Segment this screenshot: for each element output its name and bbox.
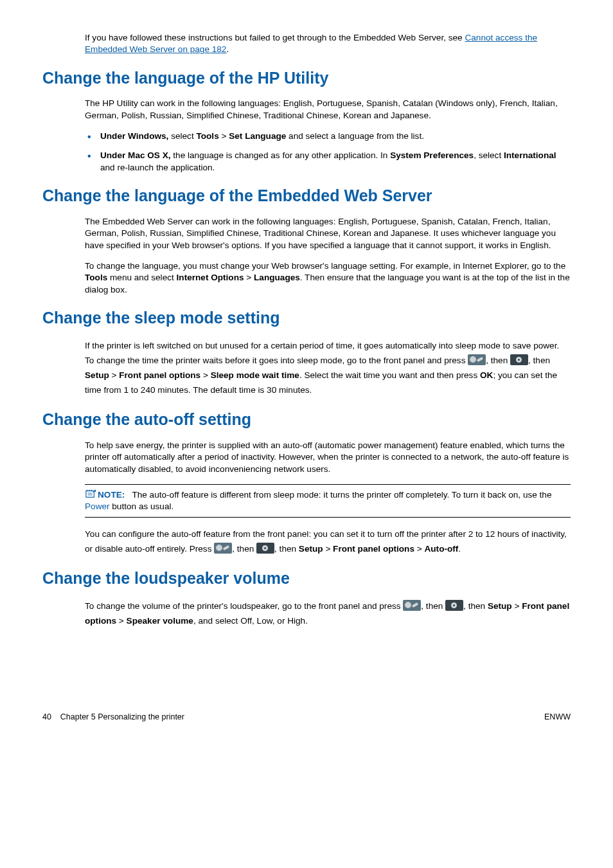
settings-gear-icon xyxy=(445,600,463,611)
paragraph: The Embedded Web Server can work in the … xyxy=(85,216,571,251)
text: , then xyxy=(486,356,510,365)
text: and re-launch the application. xyxy=(100,163,215,172)
text: button as usual. xyxy=(110,502,174,511)
text-bold: System Preferences xyxy=(390,150,474,160)
text: If you have followed these instructions … xyxy=(85,33,465,42)
settings-wrench-icon xyxy=(403,600,421,611)
text: > xyxy=(512,601,522,611)
list-item: Under Windows, select Tools > Set Langua… xyxy=(85,131,571,142)
text: > xyxy=(116,616,127,626)
paragraph: You can configure the auto-off feature f… xyxy=(85,527,571,556)
paragraph: To change the language, you must change … xyxy=(85,260,571,296)
intro-paragraph: If you have followed these instructions … xyxy=(85,32,571,56)
text-bold: Tools xyxy=(85,273,107,282)
section-body: To change the volume of the printer's lo… xyxy=(85,599,571,628)
text: To change the volume of the printer's lo… xyxy=(85,601,403,611)
text-bold: OK xyxy=(480,370,493,380)
text: , then xyxy=(421,601,445,611)
text: > xyxy=(200,370,211,380)
text-bold: Set Language xyxy=(229,131,286,141)
note-icon xyxy=(85,489,96,499)
section-body: The Embedded Web Server can work in the … xyxy=(85,216,571,296)
text: select xyxy=(168,131,196,141)
text-bold: Setup xyxy=(488,601,512,611)
text-bold: Tools xyxy=(196,131,218,141)
text-bold: Internet Options xyxy=(177,273,244,282)
paragraph: The HP Utility can work in the following… xyxy=(85,98,571,122)
settings-gear-icon xyxy=(256,543,274,554)
text-bold: Setup xyxy=(85,370,109,380)
settings-wrench-icon xyxy=(468,354,486,365)
text: . xyxy=(458,544,461,554)
text-bold: Auto-off xyxy=(424,544,458,554)
text-bold: Front panel options xyxy=(333,544,414,554)
bullet-list: Under Windows, select Tools > Set Langua… xyxy=(85,131,571,174)
page-footer: 40 Chapter 5 Personalizing the printer E… xyxy=(42,712,571,723)
text: and select a language from the list. xyxy=(286,131,424,141)
text: menu and select xyxy=(107,273,176,282)
settings-wrench-icon xyxy=(214,543,232,554)
paragraph: To change the volume of the printer's lo… xyxy=(85,599,571,628)
page-number: 40 xyxy=(42,712,51,721)
text: , select xyxy=(474,150,504,160)
text: . xyxy=(226,44,229,54)
footer-right: ENWW xyxy=(544,712,571,723)
text-bold: Under Windows, xyxy=(100,131,168,141)
section-body: To help save energy, the printer is supp… xyxy=(85,440,571,556)
text: , and select Off, Low, or High. xyxy=(193,616,308,626)
list-item: Under Mac OS X, the language is changed … xyxy=(85,150,571,174)
text: , then xyxy=(463,601,488,611)
text-bold: Sleep mode wait time xyxy=(211,370,299,380)
text: > xyxy=(219,131,229,141)
text-bold: Setup xyxy=(299,544,323,554)
heading-ews-language: Change the language of the Embedded Web … xyxy=(42,185,571,207)
text-bold: Under Mac OS X, xyxy=(100,150,171,160)
footer-left: 40 Chapter 5 Personalizing the printer xyxy=(42,712,184,723)
text: , then xyxy=(274,544,299,554)
text: > xyxy=(323,544,333,554)
text-bold: Languages xyxy=(254,273,300,282)
power-button-text: Power xyxy=(85,502,110,511)
text: , then xyxy=(528,356,550,365)
text-bold: International xyxy=(504,150,556,160)
section-body: The HP Utility can work in the following… xyxy=(85,98,571,174)
text-bold: Front panel options xyxy=(119,370,200,380)
text: > xyxy=(109,370,120,380)
text-bold: Speaker volume xyxy=(127,616,193,626)
text: > xyxy=(244,273,254,282)
text: the language is changed as for any other… xyxy=(171,150,391,160)
paragraph: To help save energy, the printer is supp… xyxy=(85,440,571,475)
heading-hp-utility-language: Change the language of the HP Utility xyxy=(42,68,571,89)
text: . Select the wait time you want and then… xyxy=(299,370,480,380)
text: > xyxy=(414,544,425,554)
intro-block: If you have followed these instructions … xyxy=(85,32,571,56)
text: To change the language, you must change … xyxy=(85,261,565,271)
chapter-title: Chapter 5 Personalizing the printer xyxy=(60,712,184,721)
paragraph: If the printer is left switched on but u… xyxy=(85,338,571,397)
text: , then xyxy=(232,544,256,554)
settings-gear-icon xyxy=(510,354,528,365)
heading-sleep-mode: Change the sleep mode setting xyxy=(42,307,571,329)
heading-auto-off: Change the auto-off setting xyxy=(42,409,571,431)
heading-loudspeaker: Change the loudspeaker volume xyxy=(42,568,571,590)
text: The auto-off feature is different from s… xyxy=(132,490,551,500)
note-block: NOTE: The auto-off feature is different … xyxy=(85,484,571,518)
section-body: If the printer is left switched on but u… xyxy=(85,338,571,397)
note-label: NOTE: xyxy=(98,490,125,500)
